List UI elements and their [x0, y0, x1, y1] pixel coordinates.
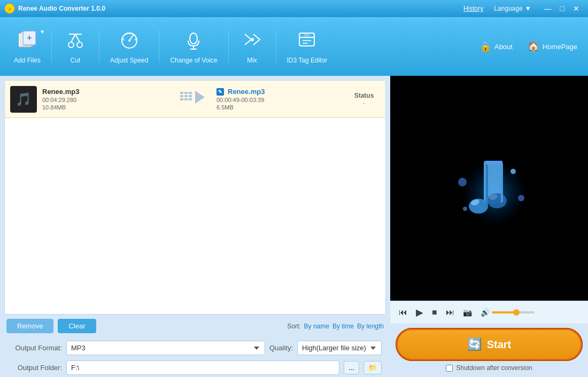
output-file-name: ✎ Renee.mp3: [216, 88, 343, 96]
cut-button[interactable]: Cut: [54, 25, 97, 68]
toolbar-divider-3: [159, 30, 159, 62]
mix-button[interactable]: Mix: [231, 25, 274, 68]
shutdown-row: Shutdown after conversion: [397, 364, 582, 372]
left-panel: 🎵 Renee.mp3 00:04:29.280 10.84MB: [0, 76, 390, 377]
language-dropdown-icon: ▼: [525, 5, 531, 12]
right-bottom: 🔄 Start Shutdown after conversion: [390, 324, 588, 377]
svg-rect-26: [180, 92, 183, 94]
output-time-range: 00:00:49-00:03:39: [216, 97, 343, 103]
play-button[interactable]: ▶: [414, 305, 425, 319]
homepage-button[interactable]: 🏠 HomePage: [522, 37, 583, 56]
id3-tag-icon: ID3: [296, 29, 318, 53]
status-value: -: [348, 99, 380, 107]
cut-label: Cut: [71, 57, 81, 64]
cut-icon: [65, 29, 86, 53]
status-label: Status: [348, 92, 380, 99]
quality-select[interactable]: High(Larger file size): [297, 341, 382, 355]
convert-arrow-icon: [174, 90, 211, 108]
history-link[interactable]: History: [463, 5, 483, 12]
bottom-bar: Remove Clear Sort: By name By time By le…: [4, 315, 386, 337]
file-list: 🎵 Renee.mp3 00:04:29.280 10.84MB: [4, 80, 386, 315]
sort-by-name[interactable]: By name: [304, 323, 329, 330]
close-button[interactable]: ✕: [569, 4, 584, 13]
start-label: Start: [487, 339, 512, 351]
shutdown-checkbox[interactable]: [446, 365, 453, 372]
open-folder-button[interactable]: 📁: [363, 361, 382, 374]
title-bar: ♪ Renee Audio Converter 1.0.0 History La…: [0, 0, 588, 17]
music-note-icon: 🎵: [16, 92, 32, 107]
add-files-dropdown-icon: ▼: [40, 29, 45, 35]
skip-forward-button[interactable]: ⏭: [444, 307, 457, 318]
svg-rect-28: [180, 98, 183, 100]
language-selector[interactable]: Language ▼: [494, 5, 531, 12]
id3-tag-button[interactable]: ID3 ID3 Tag Editor: [278, 25, 336, 68]
mix-icon: [242, 29, 263, 53]
toolbar-divider-1: [51, 30, 52, 62]
about-label: About: [494, 43, 513, 51]
svg-point-45: [458, 178, 467, 186]
stop-button[interactable]: ■: [430, 307, 439, 318]
folder-input[interactable]: [66, 360, 339, 375]
volume-icon: 🔊: [481, 308, 490, 317]
svg-rect-34: [189, 98, 192, 100]
svg-rect-31: [184, 98, 188, 100]
sort-by-time[interactable]: By time: [332, 323, 354, 330]
adjust-speed-button[interactable]: Adjust Speed: [102, 25, 157, 68]
svg-point-47: [518, 195, 524, 201]
folder-icon: 📁: [368, 364, 377, 372]
file-name: Renee.mp3: [42, 88, 168, 96]
table-row: 🎵 Renee.mp3 00:04:29.280 10.84MB: [5, 81, 385, 118]
id3-tag-label: ID3 Tag Editor: [287, 57, 328, 64]
skip-back-button[interactable]: ⏮: [397, 307, 409, 318]
homepage-label: HomePage: [543, 43, 577, 51]
remove-button[interactable]: Remove: [6, 319, 53, 333]
start-icon: 🔄: [467, 337, 482, 351]
about-button[interactable]: 🔒 About: [474, 37, 518, 56]
svg-line-14: [123, 38, 124, 41]
shutdown-label[interactable]: Shutdown after conversion: [456, 364, 532, 372]
svg-text:♪: ♪: [9, 6, 11, 12]
svg-point-6: [68, 42, 74, 48]
svg-point-44: [510, 169, 516, 174]
add-files-button[interactable]: ▼ + Add Files: [5, 25, 49, 68]
mix-label: Mix: [247, 57, 257, 64]
format-select[interactable]: MP3: [66, 341, 265, 355]
file-duration: 00:04:29.280: [42, 97, 168, 103]
edit-icon: ✎: [216, 88, 224, 96]
app-title: Renee Audio Converter 1.0.0: [18, 5, 463, 12]
toolbar-right: 🔒 About 🏠 HomePage: [474, 37, 583, 56]
file-size: 10.84MB: [42, 104, 168, 111]
right-panel: ⏮ ▶ ■ ⏭ 📷 🔊 🔄 Start Shutdown after conve…: [390, 76, 588, 377]
lock-icon: 🔒: [479, 41, 491, 52]
clear-button[interactable]: Clear: [58, 319, 96, 333]
svg-rect-27: [180, 95, 183, 97]
adjust-speed-label: Adjust Speed: [110, 57, 148, 64]
maximize-button[interactable]: □: [556, 4, 569, 13]
toolbar-divider-4: [228, 30, 229, 62]
volume-slider[interactable]: [492, 311, 535, 313]
preview-area: [390, 76, 588, 301]
add-files-icon: +: [17, 29, 38, 53]
start-button[interactable]: 🔄 Start: [397, 329, 582, 360]
music-visual: [436, 134, 543, 242]
svg-rect-43: [486, 161, 502, 165]
folder-label: Output Folder:: [9, 364, 62, 372]
player-bar: ⏮ ▶ ■ ⏭ 📷 🔊: [390, 301, 588, 324]
svg-rect-32: [189, 92, 192, 94]
svg-point-17: [190, 33, 197, 44]
change-voice-button[interactable]: Change of Voice: [161, 25, 226, 68]
sort-label: Sort:: [287, 323, 300, 330]
svg-line-9: [75, 34, 80, 42]
screenshot-button[interactable]: 📷: [461, 307, 474, 318]
home-icon: 🏠: [528, 41, 539, 52]
svg-rect-33: [189, 95, 192, 97]
minimize-button[interactable]: —: [540, 4, 556, 13]
output-size: 6.5MB: [216, 104, 343, 111]
file-info: Renee.mp3 00:04:29.280 10.84MB: [42, 88, 168, 111]
sort-by-length[interactable]: By length: [357, 323, 384, 330]
browse-button[interactable]: ...: [344, 361, 359, 374]
app-logo: ♪: [4, 3, 15, 14]
svg-rect-30: [184, 95, 188, 97]
adjust-speed-icon: [119, 29, 140, 53]
language-label: Language: [494, 5, 522, 12]
